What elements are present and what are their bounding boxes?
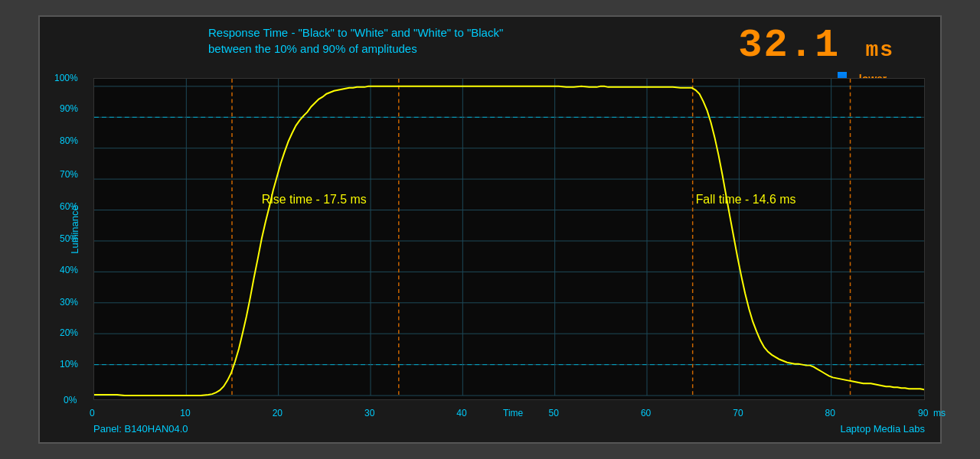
x-tick-0: 0 [90, 408, 95, 418]
y-axis-label: Luminance [69, 205, 80, 254]
chart-svg: Rise time - 17.5 ms Fall time - 14.6 ms [94, 79, 924, 399]
y-tick-50: 50% [60, 233, 78, 244]
x-tick-30: 30 [364, 408, 374, 418]
y-tick-10: 10% [60, 359, 78, 369]
x-tick-time: Time [503, 408, 523, 418]
y-tick-20: 20% [60, 327, 78, 338]
x-tick-50: 50 [549, 408, 559, 418]
x-tick-90: 90 [918, 408, 928, 418]
y-tick-80: 80% [60, 135, 78, 146]
x-unit-ms: ms [933, 408, 946, 418]
x-tick-60: 60 [641, 408, 651, 418]
chart-container: Response Time - "Black" to "White" and "… [38, 15, 942, 444]
y-tick-70: 70% [60, 169, 78, 180]
svg-text:Rise time - 17.5 ms: Rise time - 17.5 ms [262, 193, 367, 206]
panel-label: Panel: B140HAN04.0 [93, 423, 188, 435]
y-tick-60: 60% [60, 201, 78, 212]
y-tick-30: 30% [60, 297, 78, 308]
x-tick-10: 10 [180, 408, 190, 418]
y-tick-90: 90% [60, 103, 78, 114]
x-tick-80: 80 [825, 408, 835, 418]
y-tick-100: 100% [54, 73, 78, 83]
y-tick-40: 40% [60, 265, 78, 275]
x-tick-70: 70 [733, 408, 743, 418]
chart-area: Rise time - 17.5 ms Fall time - 14.6 ms … [93, 78, 925, 400]
y-tick-0: 0% [64, 395, 77, 405]
x-tick-40: 40 [456, 408, 466, 418]
brand-label: Laptop Media Labs [840, 423, 925, 435]
chart-title: Response Time - "Black" to "White" and "… [208, 24, 503, 57]
svg-text:Fall time - 14.6 ms: Fall time - 14.6 ms [696, 193, 796, 206]
x-tick-20: 20 [273, 408, 283, 418]
response-time-value: 32.1 ms [738, 23, 894, 68]
